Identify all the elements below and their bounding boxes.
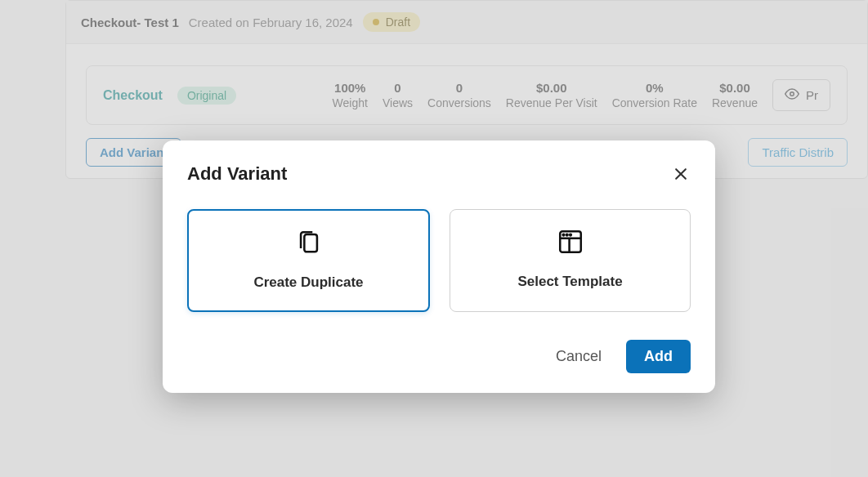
svg-point-9 [570,234,571,236]
add-variant-modal: Add Variant Create Duplicate [163,140,715,393]
modal-actions: Cancel Add [187,340,691,373]
variant-options: Create Duplicate Select Template [187,209,691,312]
cancel-button[interactable]: Cancel [556,348,602,365]
add-button[interactable]: Add [626,340,691,373]
option-template-label: Select Template [462,274,678,290]
option-duplicate-label: Create Duplicate [200,274,417,291]
modal-header: Add Variant [187,163,691,185]
svg-point-7 [562,234,564,236]
svg-point-8 [566,234,567,236]
close-icon[interactable] [671,164,691,184]
option-create-duplicate[interactable]: Create Duplicate [187,209,430,312]
duplicate-icon [200,229,417,256]
svg-rect-3 [304,234,317,252]
modal-title: Add Variant [187,163,287,185]
option-select-template[interactable]: Select Template [450,209,691,312]
template-icon [462,228,678,256]
